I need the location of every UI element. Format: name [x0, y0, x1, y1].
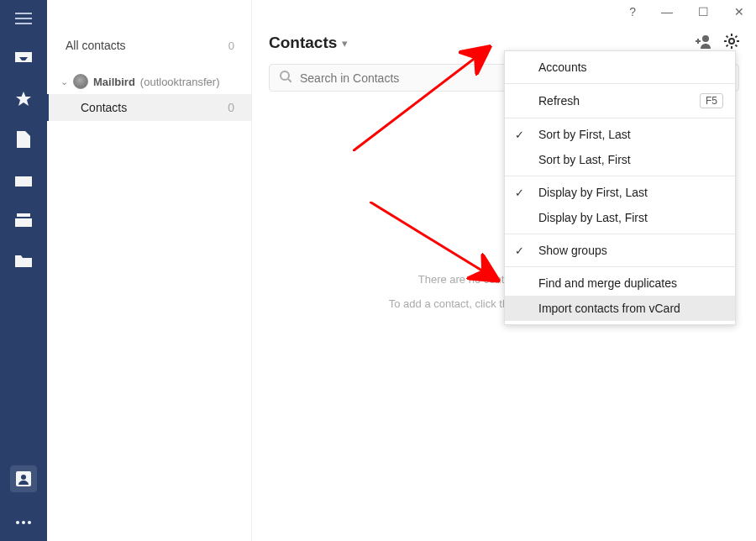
svg-point-2: [16, 521, 19, 524]
contacts-icon[interactable]: [10, 465, 37, 492]
title-dropdown-icon[interactable]: ▾: [342, 37, 348, 50]
check-icon: ✓: [515, 186, 524, 199]
svg-point-5: [702, 35, 709, 42]
menu-sort-first-last[interactable]: ✓ Sort by First, Last: [505, 122, 735, 147]
menu-display-first-last[interactable]: ✓ Display by First, Last: [505, 180, 735, 205]
menu-sort-last-first[interactable]: Sort by Last, First: [505, 147, 735, 172]
add-contact-button[interactable]: [696, 34, 712, 52]
sidebar-item-contacts[interactable]: Contacts 0: [47, 94, 251, 121]
sidebar-item-count: 0: [228, 101, 234, 114]
sidebar-item-label: Contacts: [81, 101, 127, 114]
svg-point-6: [729, 39, 734, 44]
svg-line-8: [353, 49, 487, 151]
shortcut-badge: F5: [700, 93, 723, 108]
archive-icon[interactable]: [13, 210, 34, 230]
check-icon: ✓: [515, 129, 524, 141]
gear-icon[interactable]: [724, 34, 739, 52]
menu-find-merge[interactable]: Find and merge duplicates: [505, 270, 735, 296]
all-contacts-row[interactable]: All contacts 0: [47, 32, 251, 59]
svg-point-4: [28, 521, 31, 524]
menu-display-last-first[interactable]: Display by Last, First: [505, 205, 735, 230]
hamburger-icon[interactable]: [13, 8, 34, 29]
account-row[interactable]: ⌄ Mailbird (outlooktransfer): [47, 69, 251, 94]
svg-point-3: [22, 521, 25, 524]
file-icon[interactable]: [13, 129, 34, 150]
menu-separator: [505, 176, 735, 176]
outbox-icon[interactable]: [13, 170, 34, 190]
settings-menu: Accounts Refresh F5 ✓ Sort by First, Las…: [504, 50, 736, 325]
menu-accounts[interactable]: Accounts: [505, 55, 735, 80]
page-title: Contacts: [269, 34, 337, 52]
more-icon[interactable]: [13, 512, 34, 533]
svg-point-1: [21, 475, 26, 480]
menu-separator: [505, 118, 735, 118]
svg-point-7: [281, 71, 289, 80]
annotation-arrow-top: [353, 42, 504, 151]
account-name: Mailbird: [93, 76, 135, 88]
menu-separator: [505, 234, 735, 234]
menu-import-vcard[interactable]: Import contacts from vCard: [505, 296, 735, 321]
all-contacts-count: 0: [228, 39, 234, 52]
menu-refresh[interactable]: Refresh F5: [505, 87, 735, 114]
nav-rail: [0, 0, 47, 541]
menu-separator: [505, 266, 735, 267]
contacts-sidebar: All contacts 0 ⌄ Mailbird (outlooktransf…: [47, 0, 252, 541]
check-icon: ✓: [515, 244, 524, 257]
annotation-arrow-bottom: [370, 202, 504, 286]
main-panel: Contacts ▾ There are no contacts in this…: [252, 0, 756, 541]
menu-separator: [505, 83, 735, 84]
svg-line-9: [370, 202, 496, 279]
all-contacts-label: All contacts: [66, 39, 126, 52]
menu-show-groups[interactable]: ✓ Show groups: [505, 238, 735, 263]
inbox-icon[interactable]: [13, 49, 34, 69]
folder-icon[interactable]: [13, 250, 34, 270]
search-icon: [280, 71, 291, 85]
chevron-down-icon: ⌄: [60, 76, 68, 87]
star-icon[interactable]: [13, 89, 34, 109]
account-avatar-icon: [73, 74, 88, 89]
account-annotation: (outlooktransfer): [140, 76, 220, 88]
